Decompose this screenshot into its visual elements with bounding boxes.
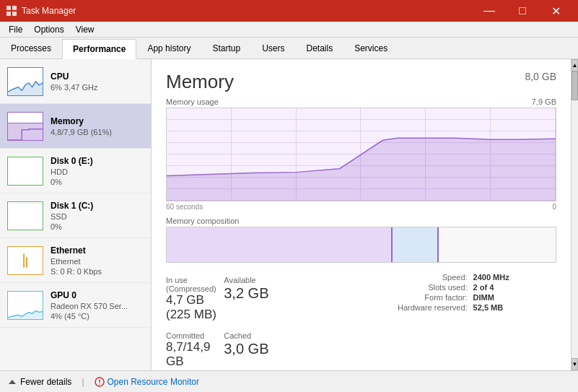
spacer2 [282,328,398,370]
svg-marker-9 [167,138,556,201]
cached-value: 3,0 GB [224,340,281,357]
sidebar-item-ethernet[interactable]: Ethernet Ethernet S: 0 R: 0 Kbps [0,238,151,283]
maximize-button[interactable]: □ [506,0,539,22]
memory-thumbnail [7,112,43,141]
sidebar-item-gpu0[interactable]: GPU 0 Radeon RX 570 Ser... 4% (45 °C) [0,283,151,328]
menu-options[interactable]: Options [28,23,69,36]
svg-rect-2 [6,12,11,16]
committed-cell: Committed 8,7/14,9 GB [166,328,224,370]
gpu0-name: GPU 0 [51,290,144,300]
form-value: DIMM [473,293,556,302]
svg-rect-6 [23,253,25,267]
memory-detail: 4,8/7,9 GB (61%) [51,128,144,136]
tab-performance[interactable]: Performance [62,39,136,59]
resource-monitor-link[interactable]: Open Resource Monitor [108,377,199,387]
speed-label: Speed: [398,273,468,282]
disk1-detail: SSD [51,212,144,221]
sidebar-item-cpu[interactable]: CPU 6% 3,47 GHz [0,59,151,104]
slots-label: Slots used: [398,283,468,292]
in-use-cell: In use (Compressed) 4,7 GB (225 MB) [166,273,224,328]
disk1-name: Disk 1 (C:) [51,201,144,211]
app-icon [6,5,17,17]
form-label: Form factor: [398,293,468,302]
sidebar: CPU 6% 3,47 GHz Memory 4,8/7,9 GB (61%) [0,59,152,370]
cached-label: Cached [224,331,281,340]
fewer-details-label: Fewer details [20,377,71,387]
svg-rect-7 [26,257,27,267]
bottom-divider: | [82,377,84,387]
hw-reserved-value: 52,5 MB [473,303,556,312]
in-use-value: 4,7 GB (225 MB) [166,293,224,323]
graph-time-start: 60 seconds [166,203,203,211]
gpu0-detail1: Radeon RX 570 Ser... [51,302,144,310]
minimize-button[interactable]: — [473,0,506,22]
menu-view[interactable]: View [70,23,100,36]
cpu-thumbnail [7,67,43,96]
tab-services[interactable]: Services [343,38,398,58]
ethernet-thumbnail [7,246,43,275]
cpu-detail: 6% 3,47 GHz [51,83,144,92]
available-cell: Available 3,2 GB [224,273,281,328]
detail-title: Memory [166,71,234,93]
detail-total: 8,0 GB [525,71,556,82]
tab-processes[interactable]: Processes [0,38,62,58]
detail-panel: Memory 8,0 GB Memory usage 7,9 GB [152,59,571,370]
chevron-up-icon [7,377,17,387]
disk1-info: Disk 1 (C:) SSD 0% [51,201,144,231]
comp-in-use [167,227,393,262]
hw-reserved-label: Hardware reserved: [398,303,468,312]
slots-value: 2 of 4 [473,283,556,292]
stats-area: In use (Compressed) 4,7 GB (225 MB) Avai… [166,273,556,370]
memory-name: Memory [51,116,144,126]
scroll-up-button[interactable]: ▲ [572,59,578,71]
svg-point-13 [99,383,100,385]
svg-rect-3 [12,12,17,16]
sidebar-item-memory[interactable]: Memory 4,8/7,9 GB (61%) [0,104,151,149]
svg-marker-10 [9,380,16,384]
disk1-thumbnail [7,201,43,230]
svg-rect-1 [12,6,17,10]
disk1-pct: 0% [51,222,144,231]
tab-details[interactable]: Details [295,38,343,58]
disk0-pct: 0% [51,178,144,186]
gpu0-info: GPU 0 Radeon RX 570 Ser... 4% (45 °C) [51,290,144,321]
graph-label: Memory usage [166,97,219,106]
title-bar: Task Manager — □ ✕ [0,0,578,22]
fewer-details-button[interactable]: Fewer details [7,377,71,387]
spacer [282,273,398,328]
gpu0-thumbnail [7,291,43,320]
resource-monitor-wrapper: Open Resource Monitor [95,377,199,387]
left-stats: In use (Compressed) 4,7 GB (225 MB) Avai… [166,273,398,370]
gpu0-detail2: 4% (45 °C) [51,312,144,321]
resource-monitor-icon [95,377,105,387]
memory-usage-graph [166,108,556,201]
cached-cell: Cached 3,0 GB [224,328,281,370]
memory-composition-bar [166,227,556,263]
window-controls: — □ ✕ [473,0,572,22]
detail-header: Memory 8,0 GB [166,71,556,93]
ethernet-detail1: Ethernet [51,257,144,266]
menu-file[interactable]: File [3,23,28,36]
scrollbar-track[interactable] [572,71,578,358]
tab-bar: Processes Performance App history Startu… [0,38,578,59]
tab-startup[interactable]: Startup [201,38,251,58]
cpu-info: CPU 6% 3,47 GHz [51,71,144,92]
scrollbar-thumb[interactable] [572,71,578,100]
speed-value: 2400 MHz [473,273,556,282]
committed-label: Committed [166,331,224,340]
available-label: Available [224,276,281,284]
disk0-thumbnail [7,157,43,186]
ethernet-detail2: S: 0 R: 0 Kbps [51,267,144,276]
committed-value: 8,7/14,9 GB [166,340,224,370]
tab-users[interactable]: Users [251,38,295,58]
disk0-name: Disk 0 (E:) [51,156,144,166]
sidebar-item-disk0[interactable]: Disk 0 (E:) HDD 0% [0,149,151,193]
vertical-scrollbar[interactable]: ▲ ▼ [571,59,578,370]
menu-bar: File Options View [0,22,578,38]
scroll-down-button[interactable]: ▼ [572,358,578,370]
memory-usage-section: Memory usage 7,9 GB [166,97,556,211]
sidebar-item-disk1[interactable]: Disk 1 (C:) SSD 0% [0,193,151,238]
svg-rect-0 [6,6,11,10]
tab-app-history[interactable]: App history [136,38,201,58]
close-button[interactable]: ✕ [539,0,572,22]
